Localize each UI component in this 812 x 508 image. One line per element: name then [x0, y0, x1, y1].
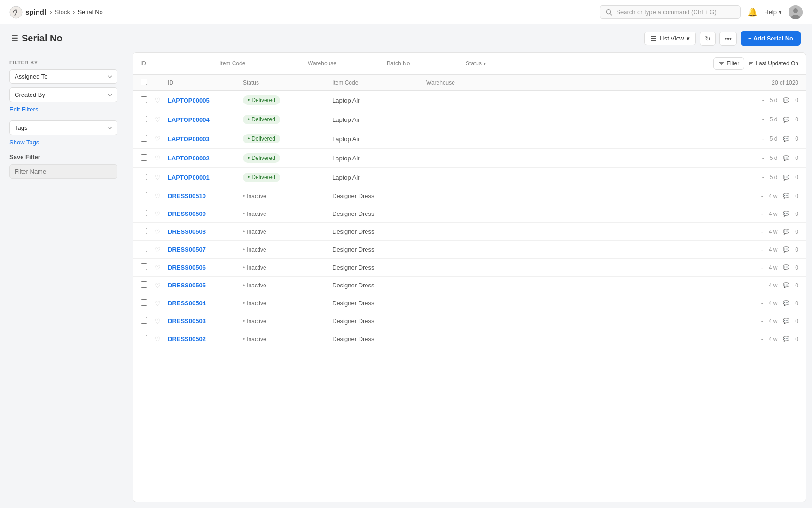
svg-rect-7	[651, 36, 656, 37]
row-favorite-9[interactable]: ♡	[155, 264, 168, 271]
tags-filter[interactable]: Tags	[9, 120, 117, 135]
row-check-1[interactable]	[141, 116, 147, 122]
row-id-13[interactable]: DRESS00502	[168, 335, 243, 342]
refresh-button[interactable]: ↻	[700, 32, 716, 46]
row-check-6[interactable]	[141, 210, 147, 216]
filter-button[interactable]: Filter	[713, 57, 745, 70]
row-comments-7: 0	[795, 229, 798, 235]
comment-icon-1[interactable]: 💬	[783, 117, 789, 123]
edit-filters-link[interactable]: Edit Filters	[9, 106, 117, 113]
filter-name-input[interactable]	[9, 164, 117, 179]
row-favorite-12[interactable]: ♡	[155, 318, 168, 325]
row-age-3: 5 d	[770, 155, 778, 161]
row-id-5[interactable]: DRESS00510	[168, 192, 243, 199]
comment-icon-6[interactable]: 💬	[783, 211, 789, 217]
row-id-1[interactable]: LAPTOP00004	[168, 116, 243, 123]
comment-icon-4[interactable]: 💬	[783, 175, 789, 181]
created-by-filter[interactable]: Created By	[9, 87, 117, 102]
nav-left: spindl › Stock › Serial No	[9, 6, 103, 19]
notification-bell-icon[interactable]: 🔔	[747, 7, 757, 17]
list-view-label: List View	[660, 35, 684, 42]
row-favorite-8[interactable]: ♡	[155, 246, 168, 254]
row-check-3[interactable]	[141, 154, 147, 161]
row-favorite-1[interactable]: ♡	[155, 116, 168, 123]
breadcrumb-stock[interactable]: Stock	[55, 8, 70, 16]
row-meta-1: - 5 d 💬 0	[704, 116, 798, 123]
show-tags-link[interactable]: Show Tags	[9, 139, 117, 146]
page: ☰ Serial No List View ▾ ↻ ••• + Add Seri…	[0, 24, 812, 508]
comment-icon-11[interactable]: 💬	[783, 300, 789, 306]
page-title-group: ☰ Serial No	[11, 33, 62, 44]
row-favorite-13[interactable]: ♡	[155, 335, 168, 343]
more-options-button[interactable]: •••	[719, 32, 737, 46]
row-status-9: Inactive	[243, 264, 332, 271]
row-check-5[interactable]	[141, 192, 147, 198]
logo[interactable]: spindl	[9, 6, 46, 19]
comment-icon-8[interactable]: 💬	[783, 246, 789, 253]
row-id-8[interactable]: DRESS00507	[168, 246, 243, 253]
row-status-0: Delivered	[243, 95, 332, 105]
assigned-to-filter[interactable]: Assigned To	[9, 69, 117, 84]
row-comments-6: 0	[795, 211, 798, 217]
row-check-2[interactable]	[141, 135, 147, 142]
row-id-4[interactable]: LAPTOP00001	[168, 174, 243, 181]
help-button[interactable]: Help ▾	[764, 8, 782, 16]
row-favorite-5[interactable]: ♡	[155, 192, 168, 200]
row-favorite-2[interactable]: ♡	[155, 135, 168, 143]
row-favorite-4[interactable]: ♡	[155, 174, 168, 181]
row-check-11[interactable]	[141, 299, 147, 306]
row-checkbox-10	[141, 281, 155, 289]
comment-icon-0[interactable]: 💬	[783, 97, 789, 103]
page-header: ☰ Serial No List View ▾ ↻ ••• + Add Seri…	[0, 24, 812, 52]
row-id-3[interactable]: LAPTOP00002	[168, 155, 243, 162]
row-check-13[interactable]	[141, 335, 147, 341]
comment-icon-3[interactable]: 💬	[783, 155, 789, 161]
add-serial-no-button[interactable]: + Add Serial No	[741, 31, 801, 46]
comment-icon-5[interactable]: 💬	[783, 193, 789, 199]
row-comments-5: 0	[795, 193, 798, 199]
comment-icon-13[interactable]: 💬	[783, 336, 789, 342]
avatar[interactable]	[789, 5, 803, 19]
comment-icon-7[interactable]: 💬	[783, 229, 789, 235]
comment-icon-9[interactable]: 💬	[783, 264, 789, 270]
page-actions: List View ▾ ↻ ••• + Add Serial No	[644, 31, 801, 46]
row-check-9[interactable]	[141, 263, 147, 270]
row-meta-2: - 5 d 💬 0	[704, 135, 798, 142]
row-favorite-7[interactable]: ♡	[155, 228, 168, 236]
select-all-checkbox[interactable]	[141, 79, 147, 85]
row-favorite-11[interactable]: ♡	[155, 300, 168, 307]
row-dash-1: -	[762, 116, 764, 123]
breadcrumb-serial-no[interactable]: Serial No	[78, 8, 102, 16]
row-id-11[interactable]: DRESS00504	[168, 300, 243, 307]
row-id-9[interactable]: DRESS00506	[168, 264, 243, 271]
row-id-0[interactable]: LAPTOP00005	[168, 97, 243, 104]
hamburger-icon[interactable]: ☰	[11, 34, 18, 43]
row-favorite-3[interactable]: ♡	[155, 154, 168, 162]
comment-icon-12[interactable]: 💬	[783, 318, 789, 324]
row-id-2[interactable]: LAPTOP00003	[168, 135, 243, 143]
row-check-0[interactable]	[141, 96, 147, 103]
row-favorite-0[interactable]: ♡	[155, 96, 168, 104]
row-comments-10: 0	[795, 282, 798, 289]
row-favorite-10[interactable]: ♡	[155, 282, 168, 289]
row-check-4[interactable]	[141, 174, 147, 180]
list-view-button[interactable]: List View ▾	[644, 32, 696, 45]
row-id-10[interactable]: DRESS00505	[168, 282, 243, 289]
row-favorite-6[interactable]: ♡	[155, 210, 168, 218]
row-id-6[interactable]: DRESS00509	[168, 210, 243, 217]
delivered-badge-3: Delivered	[243, 153, 280, 163]
row-status-13: Inactive	[243, 335, 332, 342]
comment-icon-2[interactable]: 💬	[783, 136, 789, 142]
sort-button[interactable]: Last Updated On	[748, 60, 798, 67]
row-comments-4: 0	[795, 174, 798, 181]
row-id-12[interactable]: DRESS00503	[168, 318, 243, 325]
row-check-12[interactable]	[141, 317, 147, 324]
status-caret-icon[interactable]: ▾	[484, 61, 486, 66]
row-check-7[interactable]	[141, 228, 147, 234]
row-check-10[interactable]	[141, 281, 147, 288]
filter-label: Filter	[727, 60, 740, 67]
row-check-8[interactable]	[141, 246, 147, 252]
search-bar[interactable]: Search or type a command (Ctrl + G)	[600, 5, 741, 19]
row-id-7[interactable]: DRESS00508	[168, 228, 243, 235]
comment-icon-10[interactable]: 💬	[783, 282, 789, 288]
